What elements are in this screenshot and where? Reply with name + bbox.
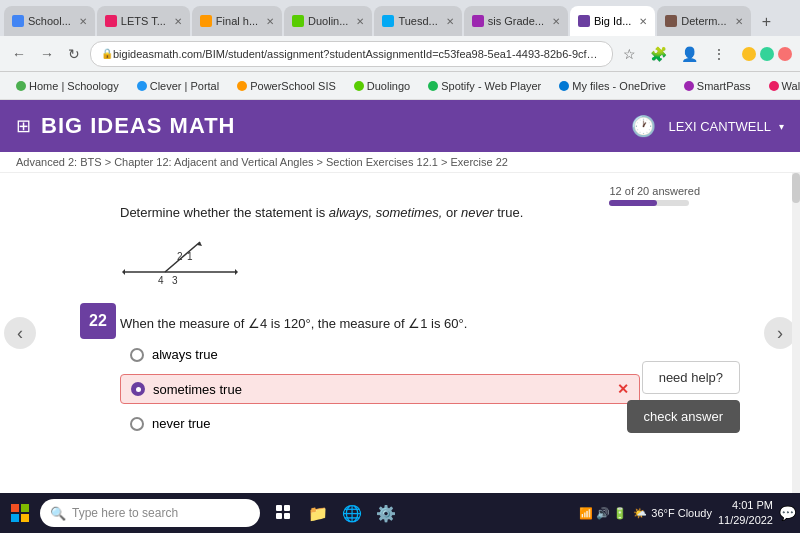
task-view-button[interactable] (268, 497, 300, 529)
bookmark-powerschool[interactable]: PowerSchool SIS (229, 78, 344, 94)
tab-favicon (200, 15, 212, 27)
extensions-button[interactable]: 🧩 (646, 44, 671, 64)
tab-10-close[interactable]: ✕ (735, 16, 743, 27)
tab-6-label: sis Grade... (488, 15, 544, 27)
bookmark-label: Home | Schoology (29, 80, 119, 92)
chrome-icon: ⚙️ (376, 504, 396, 523)
bookmark-spotify[interactable]: Spotify - Web Player (420, 78, 549, 94)
menu-button[interactable]: ⋮ (708, 44, 730, 64)
prev-button[interactable]: ‹ (4, 317, 36, 349)
question-section: Determine whether the statement is alway… (120, 205, 640, 437)
bookmark-walsworth[interactable]: Walsworth Yearboo... (761, 78, 800, 94)
taskbar-search-icon: 🔍 (50, 506, 66, 521)
bookmark-icon (354, 81, 364, 91)
browser-frame: School... ✕ LETS T... ✕ Final h... ✕ Duo… (0, 0, 800, 533)
tab-2-label: LETS T... (121, 15, 166, 27)
network-icon: 📶 (579, 507, 593, 520)
breadcrumb: Advanced 2: BTS > Chapter 12: Adjacent a… (0, 152, 800, 173)
svg-rect-10 (21, 504, 29, 512)
tab-3[interactable]: Final h... ✕ (192, 6, 282, 36)
instruction-text: Determine whether the statement is (120, 205, 329, 220)
svg-rect-15 (276, 513, 282, 519)
url-text: bigideasmath.com/BIM/student/assignment?… (113, 48, 602, 60)
option-always-true[interactable]: always true (120, 341, 640, 368)
tab-9-close[interactable]: ✕ (639, 16, 647, 27)
bookmark-duolingo[interactable]: Duolingo (346, 78, 418, 94)
taskbar-right: 📶 🔊 🔋 🌤️ 36°F Cloudy 4:01 PM 11/29/2022 … (579, 498, 796, 529)
file-explorer-button[interactable]: 📁 (302, 497, 334, 529)
tab-10[interactable]: Determ... ✕ (657, 6, 750, 36)
bookmark-onedrive[interactable]: My files - OneDrive (551, 78, 674, 94)
edge-browser-button[interactable]: 🌐 (336, 497, 368, 529)
tab-6-close[interactable]: ✕ (552, 16, 560, 27)
question-number: 22 (89, 312, 107, 330)
main-content: ‹ 12 of 20 answered 22 Dete (0, 173, 800, 493)
tab-1-close[interactable]: ✕ (79, 16, 87, 27)
taskbar-time-line2: 11/29/2022 (718, 513, 773, 528)
url-bar[interactable]: 🔒 bigideasmath.com/BIM/student/assignmen… (90, 41, 613, 67)
question-body-text: When the measure of ∠4 is 120°, the meas… (120, 316, 467, 331)
bookmark-icon (137, 81, 147, 91)
taskbar-search[interactable]: 🔍 Type here to search (40, 499, 260, 527)
tab-9[interactable]: Big Id... ✕ (570, 6, 655, 36)
bookmark-label: Clever | Portal (150, 80, 220, 92)
lock-icon: 🔒 (101, 48, 113, 59)
maximize-button[interactable] (760, 47, 774, 61)
instruction-text-4: true. (497, 205, 523, 220)
svg-rect-11 (11, 514, 19, 522)
add-tab-button[interactable]: + (753, 8, 781, 36)
option-never-label: never true (152, 416, 211, 431)
back-button[interactable]: ← (8, 44, 30, 64)
angle-diagram-svg: 2 1 4 3 (120, 232, 240, 302)
tab-4-close[interactable]: ✕ (356, 16, 364, 27)
radio-circle-always (130, 348, 144, 362)
tab-5-close[interactable]: ✕ (446, 16, 454, 27)
instruction-em-sometimes: sometimes, (376, 205, 442, 220)
file-explorer-icon: 📁 (308, 504, 328, 523)
bim-clock-icon: 🕐 (631, 114, 656, 138)
tab-5[interactable]: Tuesd... ✕ (374, 6, 461, 36)
chrome-button[interactable]: ⚙️ (370, 497, 402, 529)
instruction-em-always: always, (329, 205, 372, 220)
bim-user-area[interactable]: LEXI CANTWELL ▾ (668, 119, 784, 134)
radio-options: always true sometimes true ✕ never true (120, 341, 640, 437)
notification-icon[interactable]: 💬 (779, 505, 796, 521)
bookmark-button[interactable]: ☆ (619, 44, 640, 64)
svg-rect-16 (284, 513, 290, 519)
option-sometimes-true[interactable]: sometimes true ✕ (120, 374, 640, 404)
scroll-track[interactable] (792, 173, 800, 493)
tab-favicon (292, 15, 304, 27)
windows-logo-icon (11, 504, 29, 522)
bim-logo-area: ⊞ BIG IDEAS MATH (16, 113, 235, 139)
tab-2-close[interactable]: ✕ (174, 16, 182, 27)
bookmark-clever[interactable]: Clever | Portal (129, 78, 228, 94)
breadcrumb-text: Advanced 2: BTS > Chapter 12: Adjacent a… (16, 156, 508, 168)
system-tray: 📶 🔊 🔋 (579, 507, 627, 520)
bookmark-smartpass[interactable]: SmartPass (676, 78, 759, 94)
bookmark-label: Spotify - Web Player (441, 80, 541, 92)
weather-icon: 🌤️ (633, 507, 647, 520)
forward-button[interactable]: → (36, 44, 58, 64)
bottom-buttons: need help? check answer (627, 361, 740, 433)
question-instruction: Determine whether the statement is alway… (120, 205, 640, 220)
svg-text:4: 4 (158, 275, 164, 286)
option-never-true[interactable]: never true (120, 410, 640, 437)
close-button[interactable] (778, 47, 792, 61)
tab-favicon (472, 15, 484, 27)
reload-button[interactable]: ↻ (64, 44, 84, 64)
bookmark-schoology[interactable]: Home | Schoology (8, 78, 127, 94)
tab-6[interactable]: sis Grade... ✕ (464, 6, 568, 36)
tab-3-close[interactable]: ✕ (266, 16, 274, 27)
tab-2[interactable]: LETS T... ✕ (97, 6, 190, 36)
tab-4[interactable]: Duolin... ✕ (284, 6, 372, 36)
prev-question-nav[interactable]: ‹ (0, 173, 40, 493)
svg-rect-12 (21, 514, 29, 522)
check-answer-button[interactable]: check answer (627, 400, 740, 433)
start-button[interactable] (4, 497, 36, 529)
help-button[interactable]: need help? (642, 361, 740, 394)
tab-favicon (382, 15, 394, 27)
bookmark-icon (237, 81, 247, 91)
profile-button[interactable]: 👤 (677, 44, 702, 64)
tab-1[interactable]: School... ✕ (4, 6, 95, 36)
minimize-button[interactable] (742, 47, 756, 61)
